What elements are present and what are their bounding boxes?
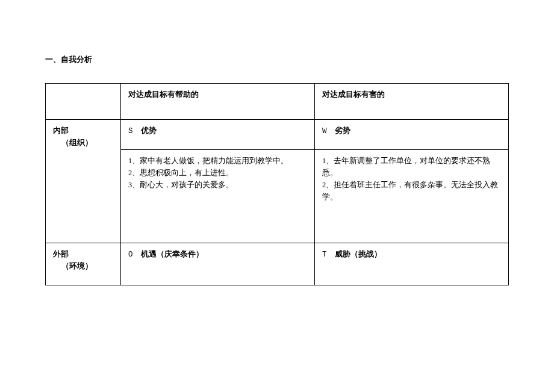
opportunity-code: O <box>128 250 134 259</box>
external-label-cell: 外部 （环境） <box>46 243 121 285</box>
strength-content: 1、家中有老人做饭，把精力能运用到教学中。 2、思想积极向上，有上进性。 3、耐… <box>121 150 315 243</box>
header-harmful: 对达成目标有害的 <box>315 84 509 120</box>
strength-code: S <box>128 127 134 135</box>
internal-label-cell: 内部 （组织） <box>46 120 121 243</box>
header-blank <box>46 84 121 120</box>
strength-header: S 优势 <box>121 120 315 150</box>
internal-label-main: 内部 <box>53 125 113 137</box>
header-helpful: 对达成目标有帮助的 <box>121 84 315 120</box>
section-title: 一、自我分析 <box>45 54 509 65</box>
strength-label: 优势 <box>141 126 157 135</box>
threat-code: T <box>322 250 328 259</box>
weakness-label: 劣势 <box>335 126 350 135</box>
opportunity-header: O 机遇（庆幸条件） <box>121 243 315 285</box>
external-label-sub: （环境） <box>53 260 113 272</box>
opportunity-label: 机遇（庆幸条件） <box>141 250 204 258</box>
external-label-main: 外部 <box>53 248 113 260</box>
swot-table: 对达成目标有帮助的 对达成目标有害的 内部 （组织） S 优势 W 劣势 1、家… <box>45 83 509 285</box>
weakness-code: W <box>322 127 328 135</box>
threat-label: 威胁（挑战） <box>335 250 382 258</box>
internal-label-sub: （组织） <box>53 137 113 149</box>
threat-header: T 威胁（挑战） <box>315 243 509 285</box>
table-header-row: 对达成目标有帮助的 对达成目标有害的 <box>46 84 509 120</box>
external-row: 外部 （环境） O 机遇（庆幸条件） T 威胁（挑战） <box>46 243 509 285</box>
weakness-header: W 劣势 <box>315 120 509 150</box>
internal-label-row: 内部 （组织） S 优势 W 劣势 <box>46 120 509 150</box>
weakness-content: 1、去年新调整了工作单位，对单位的要求还不熟悉。 2、担任着班主任工作，有很多杂… <box>315 150 509 243</box>
